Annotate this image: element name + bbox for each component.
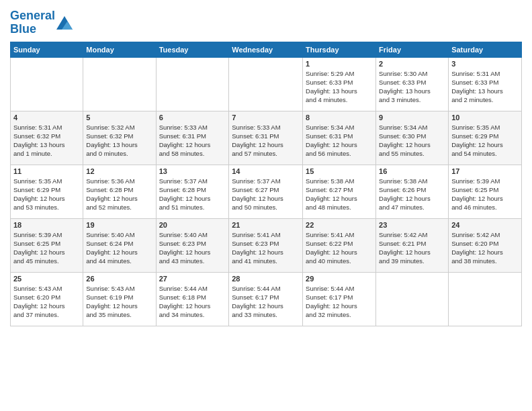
calendar-header-tuesday: Tuesday (156, 42, 229, 57)
calendar-cell: 4Sunrise: 5:31 AMSunset: 6:32 PMDaylight… (11, 111, 83, 165)
calendar-week-0: 1Sunrise: 5:29 AMSunset: 6:33 PMDaylight… (11, 57, 522, 111)
day-number: 11 (13, 167, 80, 175)
day-number: 9 (379, 113, 445, 122)
day-number: 21 (232, 221, 300, 229)
calendar-header-sunday: Sunday (11, 42, 83, 57)
day-info: Sunrise: 5:39 AMSunset: 6:25 PMDaylight:… (451, 177, 519, 212)
calendar-cell (83, 57, 156, 111)
day-number: 12 (86, 167, 152, 175)
calendar-cell: 7Sunrise: 5:33 AMSunset: 6:31 PMDaylight… (229, 111, 303, 165)
calendar-cell (156, 57, 229, 111)
day-number: 29 (306, 275, 373, 283)
calendar-cell: 11Sunrise: 5:35 AMSunset: 6:29 PMDayligh… (11, 165, 83, 218)
day-number: 28 (232, 275, 300, 283)
day-number: 18 (13, 221, 80, 229)
calendar-cell: 1Sunrise: 5:29 AMSunset: 6:33 PMDaylight… (303, 57, 376, 111)
day-number: 8 (306, 113, 373, 122)
day-number: 1 (306, 60, 373, 68)
calendar-header-friday: Friday (376, 42, 449, 57)
calendar-cell: 20Sunrise: 5:40 AMSunset: 6:23 PMDayligh… (156, 218, 229, 272)
calendar-header-wednesday: Wednesday (229, 42, 303, 57)
calendar-cell: 19Sunrise: 5:40 AMSunset: 6:24 PMDayligh… (83, 218, 156, 272)
day-number: 3 (451, 60, 519, 68)
calendar-week-1: 4Sunrise: 5:31 AMSunset: 6:32 PMDaylight… (11, 111, 522, 165)
day-info: Sunrise: 5:41 AMSunset: 6:23 PMDaylight:… (232, 230, 300, 266)
day-info: Sunrise: 5:38 AMSunset: 6:27 PMDaylight:… (306, 177, 373, 212)
day-info: Sunrise: 5:36 AMSunset: 6:28 PMDaylight:… (86, 177, 152, 212)
calendar-cell (229, 57, 303, 111)
day-number: 4 (13, 113, 80, 122)
day-number: 6 (159, 113, 226, 122)
day-info: Sunrise: 5:40 AMSunset: 6:23 PMDaylight:… (159, 230, 226, 266)
day-info: Sunrise: 5:33 AMSunset: 6:31 PMDaylight:… (159, 123, 226, 158)
day-info: Sunrise: 5:34 AMSunset: 6:31 PMDaylight:… (306, 123, 373, 158)
day-info: Sunrise: 5:44 AMSunset: 6:17 PMDaylight:… (306, 284, 373, 320)
calendar-cell: 24Sunrise: 5:42 AMSunset: 6:20 PMDayligh… (449, 218, 522, 272)
logo-blue: Blue (10, 22, 36, 36)
day-info: Sunrise: 5:44 AMSunset: 6:17 PMDaylight:… (232, 284, 300, 320)
calendar-header-monday: Monday (83, 42, 156, 57)
calendar-cell: 10Sunrise: 5:35 AMSunset: 6:29 PMDayligh… (449, 111, 522, 165)
calendar-cell: 16Sunrise: 5:38 AMSunset: 6:26 PMDayligh… (376, 165, 449, 218)
calendar-cell: 29Sunrise: 5:44 AMSunset: 6:17 PMDayligh… (303, 272, 376, 326)
day-number: 19 (86, 221, 152, 229)
day-info: Sunrise: 5:43 AMSunset: 6:19 PMDaylight:… (86, 284, 152, 320)
day-info: Sunrise: 5:39 AMSunset: 6:25 PMDaylight:… (13, 230, 80, 266)
calendar-week-3: 18Sunrise: 5:39 AMSunset: 6:25 PMDayligh… (11, 218, 522, 272)
calendar-header-thursday: Thursday (303, 42, 376, 57)
day-info: Sunrise: 5:31 AMSunset: 6:32 PMDaylight:… (13, 123, 80, 158)
day-info: Sunrise: 5:37 AMSunset: 6:27 PMDaylight:… (232, 177, 300, 212)
calendar-week-4: 25Sunrise: 5:43 AMSunset: 6:20 PMDayligh… (11, 272, 522, 326)
calendar-cell: 2Sunrise: 5:30 AMSunset: 6:33 PMDaylight… (376, 57, 449, 111)
day-number: 16 (379, 167, 445, 175)
header: General Blue (10, 7, 522, 36)
day-number: 20 (159, 221, 226, 229)
day-info: Sunrise: 5:31 AMSunset: 6:33 PMDaylight:… (451, 69, 519, 105)
calendar-cell: 17Sunrise: 5:39 AMSunset: 6:25 PMDayligh… (449, 165, 522, 218)
day-info: Sunrise: 5:33 AMSunset: 6:31 PMDaylight:… (232, 123, 300, 158)
page-container: General Blue SundayMondayTuesdayWednesda… (0, 0, 532, 333)
calendar-cell: 27Sunrise: 5:44 AMSunset: 6:18 PMDayligh… (156, 272, 229, 326)
day-info: Sunrise: 5:44 AMSunset: 6:18 PMDaylight:… (159, 284, 226, 320)
day-number: 27 (159, 275, 226, 283)
calendar-header-saturday: Saturday (449, 42, 522, 57)
calendar-table: SundayMondayTuesdayWednesdayThursdayFrid… (10, 42, 522, 326)
day-info: Sunrise: 5:38 AMSunset: 6:26 PMDaylight:… (379, 177, 445, 212)
calendar-cell: 9Sunrise: 5:34 AMSunset: 6:30 PMDaylight… (376, 111, 449, 165)
calendar-cell (449, 272, 522, 326)
calendar-cell: 15Sunrise: 5:38 AMSunset: 6:27 PMDayligh… (303, 165, 376, 218)
calendar-cell: 25Sunrise: 5:43 AMSunset: 6:20 PMDayligh… (11, 272, 83, 326)
day-info: Sunrise: 5:43 AMSunset: 6:20 PMDaylight:… (13, 284, 80, 320)
logo-icon (56, 16, 73, 30)
day-info: Sunrise: 5:35 AMSunset: 6:29 PMDaylight:… (451, 123, 519, 158)
day-number: 15 (306, 167, 373, 175)
calendar-cell (11, 57, 83, 111)
day-number: 2 (379, 60, 445, 68)
calendar-cell: 21Sunrise: 5:41 AMSunset: 6:23 PMDayligh… (229, 218, 303, 272)
calendar-cell: 13Sunrise: 5:37 AMSunset: 6:28 PMDayligh… (156, 165, 229, 218)
day-info: Sunrise: 5:32 AMSunset: 6:32 PMDaylight:… (86, 123, 152, 158)
calendar-cell: 6Sunrise: 5:33 AMSunset: 6:31 PMDaylight… (156, 111, 229, 165)
day-info: Sunrise: 5:40 AMSunset: 6:24 PMDaylight:… (86, 230, 152, 266)
calendar-cell: 8Sunrise: 5:34 AMSunset: 6:31 PMDaylight… (303, 111, 376, 165)
day-info: Sunrise: 5:42 AMSunset: 6:20 PMDaylight:… (451, 230, 519, 266)
day-info: Sunrise: 5:35 AMSunset: 6:29 PMDaylight:… (13, 177, 80, 212)
day-info: Sunrise: 5:37 AMSunset: 6:28 PMDaylight:… (159, 177, 226, 212)
day-number: 25 (13, 275, 80, 283)
logo-content: General Blue (10, 9, 73, 36)
day-number: 7 (232, 113, 300, 122)
calendar-cell: 14Sunrise: 5:37 AMSunset: 6:27 PMDayligh… (229, 165, 303, 218)
calendar-cell: 26Sunrise: 5:43 AMSunset: 6:19 PMDayligh… (83, 272, 156, 326)
logo: General Blue (10, 9, 73, 36)
calendar-header-row: SundayMondayTuesdayWednesdayThursdayFrid… (11, 42, 522, 57)
logo-text: General Blue (10, 9, 55, 36)
day-info: Sunrise: 5:41 AMSunset: 6:22 PMDaylight:… (306, 230, 373, 266)
calendar-cell (376, 272, 449, 326)
day-number: 26 (86, 275, 152, 283)
day-number: 22 (306, 221, 373, 229)
day-number: 24 (451, 221, 519, 229)
day-info: Sunrise: 5:30 AMSunset: 6:33 PMDaylight:… (379, 69, 445, 105)
calendar-cell: 18Sunrise: 5:39 AMSunset: 6:25 PMDayligh… (11, 218, 83, 272)
calendar-cell: 22Sunrise: 5:41 AMSunset: 6:22 PMDayligh… (303, 218, 376, 272)
calendar-cell: 28Sunrise: 5:44 AMSunset: 6:17 PMDayligh… (229, 272, 303, 326)
